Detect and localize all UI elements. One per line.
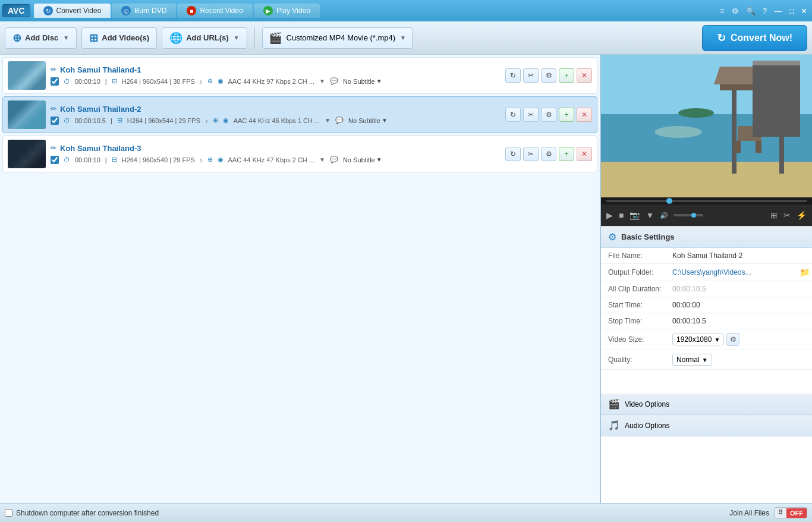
settings-icon[interactable]: ⚙ (729, 5, 741, 17)
duration-1: 00:00:10 (75, 78, 100, 85)
stop-button[interactable]: ■ (617, 209, 625, 221)
file-name-3[interactable]: Koh Samui Thailand-3 (60, 144, 141, 153)
arrow-icon-2: › (205, 116, 208, 125)
audio-dropdown-2[interactable]: ▼ (325, 117, 331, 124)
tab-play-video[interactable]: ▶ Play Video (254, 4, 320, 18)
search-icon[interactable]: 🔍 (744, 5, 758, 17)
video-info-icon-3: ⊟ (112, 156, 117, 163)
scrubber-track[interactable] (606, 200, 807, 202)
edit-icon-1[interactable]: ✏ (51, 65, 56, 74)
settings-outputfolder-value[interactable]: C:\Users\yangh\Videos... (672, 268, 800, 276)
add-btn-1[interactable]: + (559, 68, 574, 83)
audio-dropdown-1[interactable]: ▼ (319, 78, 325, 84)
format-selector[interactable]: 🎬 Customized MP4 Movie (*.mp4) ▼ (262, 27, 413, 49)
volume-slider[interactable] (673, 214, 703, 216)
convert-refresh-icon: ↻ (717, 32, 726, 45)
edit-icon-3[interactable]: ✏ (51, 144, 56, 152)
cut-btn-3[interactable]: ✂ (523, 147, 539, 161)
shutdown-checkbox[interactable] (5, 509, 12, 517)
settings-row-clipduration: All Clip Duration: 00:00:10.5 (601, 281, 812, 297)
audio-options-header[interactable]: 🎵 Audio Options (601, 415, 812, 436)
file-controls-1: ↻ ✂ ⚙ + ✕ (505, 68, 592, 83)
add-url-button[interactable]: 🌐 Add URL(s) ▼ (162, 27, 247, 49)
subtitle-dropdown-2[interactable]: No Subtitle ▼ (348, 117, 388, 124)
video-size-gear-button[interactable]: ⚙ (726, 333, 739, 346)
add-video-button[interactable]: ⊞ Add Video(s) (81, 27, 157, 49)
cut-btn-2[interactable]: ✂ (523, 108, 539, 122)
audio-options-label: Audio Options (625, 422, 669, 430)
menu-icon[interactable]: ≡ (717, 5, 727, 17)
arrow-icon-3: › (200, 155, 203, 165)
remove-btn-1[interactable]: ✕ (577, 68, 592, 83)
refresh-btn-1[interactable]: ↻ (505, 68, 521, 83)
add-disc-dropdown-arrow: ▼ (63, 34, 69, 41)
subtitle-dropdown-3[interactable]: No Subtitle ▼ (343, 156, 382, 163)
scrubber-thumb[interactable] (666, 198, 672, 204)
sep-1: | (105, 78, 107, 85)
file-checkbox-3[interactable] (51, 156, 59, 164)
folder-browse-icon[interactable]: 📁 (800, 268, 810, 277)
quality-dropdown[interactable]: Normal ▼ (672, 354, 712, 366)
color-button[interactable]: ⚡ (795, 209, 808, 221)
add-btn-2[interactable]: + (559, 108, 574, 122)
video-info-3: H264 | 960x540 | 29 FPS (122, 156, 195, 163)
duration-2: 00:00:10.5 (75, 117, 106, 124)
settings-btn-3[interactable]: ⚙ (541, 147, 556, 161)
cut-btn-1[interactable]: ✂ (523, 68, 539, 83)
file-name-2[interactable]: Koh Samui Thailand-2 (60, 105, 141, 114)
join-files-label: Join All Files (729, 509, 769, 517)
file-name-1[interactable]: Koh Samui Thailand-1 (60, 65, 141, 74)
file-checkbox-1[interactable] (51, 77, 59, 86)
scrubber-area[interactable] (601, 197, 812, 205)
refresh-btn-2[interactable]: ↻ (505, 108, 521, 122)
clock-icon-3: ⏱ (64, 156, 70, 163)
add-url-label: Add URL(s) (186, 33, 229, 42)
svg-rect-6 (720, 84, 797, 90)
settings-btn-2[interactable]: ⚙ (541, 108, 556, 122)
remove-btn-2[interactable]: ✕ (577, 108, 592, 122)
remove-btn-3[interactable]: ✕ (577, 147, 592, 161)
file-name-row-3: ✏ Koh Samui Thailand-3 (51, 144, 501, 153)
join-toggle-button[interactable]: ⠿ OFF (774, 507, 807, 518)
settings-header: ⚙ Basic Settings (601, 227, 812, 248)
maximize-icon[interactable]: □ (786, 5, 796, 17)
tab-burn-dvd-label: Burn DVD (134, 7, 166, 15)
video-size-value: 1920x1080 (676, 335, 712, 344)
arrow-icon-1: › (200, 77, 203, 86)
volume-icon[interactable]: ▼ (644, 209, 656, 221)
settings-starttime-label: Start Time: (601, 301, 672, 309)
tab-burn-dvd[interactable]: ◎ Burn DVD (112, 4, 176, 18)
minimize-icon[interactable]: — (772, 5, 784, 17)
edit-icon-2[interactable]: ✏ (51, 105, 56, 113)
mute-button[interactable]: 🔊 (658, 210, 670, 221)
file-item-2: ✏ Koh Samui Thailand-2 ⏱ 00:00:10.5 | ⊟ … (2, 96, 597, 133)
convert-now-button[interactable]: ↻ Convert Now! (702, 25, 807, 51)
svg-rect-9 (756, 141, 761, 153)
resize-button[interactable]: ⊞ (769, 209, 779, 221)
tab-record-video[interactable]: ■ Record Video (177, 4, 253, 18)
close-icon[interactable]: ✕ (798, 5, 810, 17)
audio-icon-2: ◉ (223, 117, 229, 124)
add-btn-3[interactable]: + (559, 147, 574, 161)
add-video-icon: ⊞ (89, 32, 98, 45)
help-icon[interactable]: ? (760, 5, 769, 17)
audio-info-1: AAC 44 KHz 97 Kbps 2 CH ... (228, 78, 315, 85)
settings-btn-1[interactable]: ⚙ (541, 68, 556, 83)
tab-convert-video[interactable]: ↻ Convert Video (34, 4, 111, 18)
file-checkbox-2[interactable] (51, 117, 59, 125)
add-disc-button[interactable]: ⊕ Add Disc ▼ (5, 27, 77, 49)
play-button[interactable]: ▶ (605, 209, 615, 221)
video-options-header[interactable]: 🎬 Video Options (601, 394, 812, 415)
subtitle-dropdown-1[interactable]: No Subtitle ▼ (343, 78, 382, 85)
screenshot-button[interactable]: 📷 (628, 209, 641, 221)
audio-info-3: AAC 44 KHz 47 Kbps 2 CH ... (228, 156, 315, 163)
video-info-2: H264 | 960x544 | 29 FPS (127, 117, 200, 124)
settings-spacer (601, 370, 812, 394)
cut-ctrl-button[interactable]: ✂ (782, 209, 792, 221)
tab-record-video-label: Record Video (200, 7, 243, 15)
join-files: Join All Files ⠿ OFF (729, 507, 807, 518)
refresh-btn-3[interactable]: ↻ (505, 147, 521, 161)
audio-dropdown-3[interactable]: ▼ (319, 156, 325, 163)
video-size-dropdown[interactable]: 1920x1080 ▼ (672, 334, 724, 345)
toolbar-separator (254, 27, 255, 49)
